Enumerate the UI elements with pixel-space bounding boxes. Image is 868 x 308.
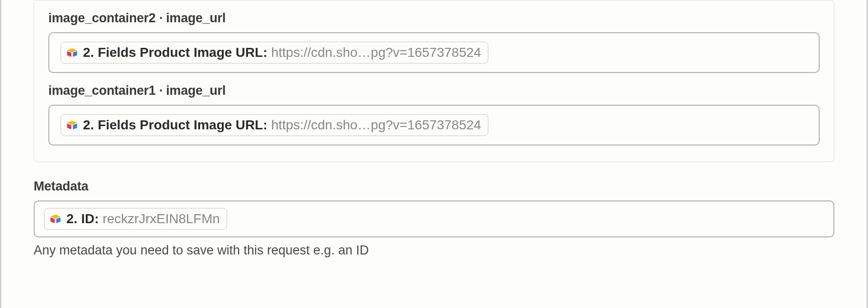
airtable-icon [66,119,78,131]
variable-token[interactable]: 2. Fields Product Image URL: https://cdn… [61,42,488,63]
metadata-heading: Metadata [34,179,834,194]
metadata-helper-text: Any metadata you need to save with this … [34,243,834,258]
variable-token[interactable]: 2. ID: reckzrJrxEIN8LFMn [44,208,227,230]
field-image-container1: image_container1 · image_url 2. Fields P… [48,83,820,145]
token-prefix: 2. ID: [66,211,99,226]
airtable-icon [66,46,78,59]
metadata-section: Metadata 2. ID: reckzrJrxEIN8LFMn Any me… [34,179,834,258]
field-input[interactable]: 2. Fields Product Image URL: https://cdn… [48,105,820,145]
token-value: reckzrJrxEIN8LFMn [102,211,219,226]
token-prefix: 2. Fields Product Image URL: [83,118,267,133]
inner-area: image_container2 · image_url 2. Fields P… [5,0,863,308]
token-value: https://cdn.sho…pg?v=1657378524 [271,45,481,60]
variable-token[interactable]: 2. Fields Product Image URL: https://cdn… [61,114,488,136]
airtable-icon [49,213,62,225]
metadata-input[interactable]: 2. ID: reckzrJrxEIN8LFMn [34,200,834,237]
field-input[interactable]: 2. Fields Product Image URL: https://cdn… [48,32,820,73]
token-value: https://cdn.sho…pg?v=1657378524 [271,118,481,133]
token-prefix: 2. Fields Product Image URL: [83,45,267,60]
field-label: image_container1 · image_url [48,83,820,98]
outer-frame: image_container2 · image_url 2. Fields P… [0,0,868,308]
field-group-box: image_container2 · image_url 2. Fields P… [34,0,834,162]
field-image-container2: image_container2 · image_url 2. Fields P… [48,11,820,73]
field-label: image_container2 · image_url [48,11,820,26]
